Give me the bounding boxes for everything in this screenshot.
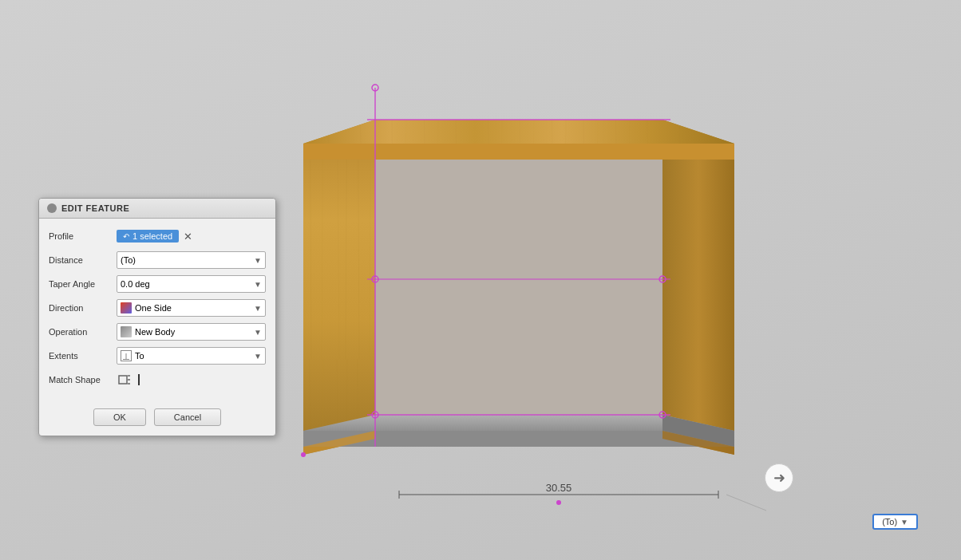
operation-row: Operation New Body ▼ [49,322,266,341]
panel-icon [47,203,57,213]
taper-angle-label: Taper Angle [49,279,117,289]
tooltip-arrow-icon: ▼ [900,518,908,526]
direction-select[interactable]: One Side ▼ [117,299,266,317]
svg-marker-13 [303,120,734,144]
cursor-icon: ↶ [123,232,129,241]
profile-label: Profile [49,231,117,241]
distance-label: Distance [49,255,117,265]
svg-text:30.55: 30.55 [546,482,572,494]
extents-row: Extents To ▼ [49,346,266,365]
tooltip-text: (To) [882,517,897,526]
panel-footer: OK Cancel [39,402,275,436]
navigation-arrow[interactable]: ➜ [765,463,793,492]
operation-select-content: New Body [121,326,175,337]
distance-select[interactable]: (To) ▼ [117,251,266,269]
operation-icon [121,326,132,337]
operation-value: New Body ▼ [117,323,266,341]
bottom-tooltip: (To) ▼ [872,514,918,530]
operation-label: Operation [49,327,117,337]
direction-row: Direction One Side ▼ [49,298,266,317]
extents-select-text: To [135,351,144,361]
svg-point-29 [301,452,306,457]
direction-icon [121,302,132,314]
extents-select[interactable]: To ▼ [117,347,266,365]
taper-angle-select-text: 0.0 deg [121,279,150,289]
ok-button[interactable]: OK [93,408,146,426]
svg-rect-36 [119,376,127,384]
taper-angle-row: Taper Angle 0.0 deg ▼ [49,274,266,294]
panel-title: EDIT FEATURE [61,203,129,213]
operation-select-text: New Body [135,327,175,337]
profile-row: Profile ↶ 1 selected ✕ [49,227,266,246]
extents-value: To ▼ [117,347,266,365]
operation-chevron-icon: ▼ [254,328,262,337]
direction-select-content: One Side [121,302,172,314]
direction-value: One Side ▼ [117,299,266,317]
operation-select[interactable]: New Body ▼ [117,323,266,341]
profile-badge-text: 1 selected [132,231,172,241]
extents-chevron-icon: ▼ [254,352,262,361]
match-shape-row: Match Shape [49,370,266,389]
match-shape-cursor [133,374,140,385]
distance-select-text: (To) [121,255,136,265]
svg-marker-14 [303,144,734,160]
taper-angle-select[interactable]: 0.0 deg ▼ [117,275,266,293]
cabinet-model: 30.55 [255,40,814,534]
extents-select-content: To [121,350,144,361]
extents-label: Extents [49,351,117,361]
distance-chevron-icon: ▼ [254,256,262,265]
direction-label: Direction [49,303,117,313]
svg-marker-10 [303,120,375,455]
svg-line-35 [726,495,766,511]
svg-point-30 [556,500,561,505]
edit-feature-panel: EDIT FEATURE Profile ↶ 1 selected ✕ Dist… [38,198,276,436]
profile-clear-button[interactable]: ✕ [182,231,194,242]
distance-row: Distance (To) ▼ [49,250,266,270]
distance-value: (To) ▼ [117,251,266,269]
match-shape-icon [117,372,132,388]
svg-marker-11 [662,120,734,455]
taper-chevron-icon: ▼ [254,280,262,289]
panel-body: Profile ↶ 1 selected ✕ Distance (To) ▼ T… [39,219,275,402]
direction-chevron-icon: ▼ [254,304,262,313]
profile-value: ↶ 1 selected ✕ [117,230,266,243]
cancel-button[interactable]: Cancel [154,408,221,426]
taper-angle-value: 0.0 deg ▼ [117,275,266,293]
extents-icon [121,350,132,361]
match-shape-value [117,372,266,388]
direction-select-text: One Side [135,303,172,313]
match-shape-label: Match Shape [49,375,117,385]
profile-badge[interactable]: ↶ 1 selected [117,230,179,243]
panel-header: EDIT FEATURE [39,199,275,219]
